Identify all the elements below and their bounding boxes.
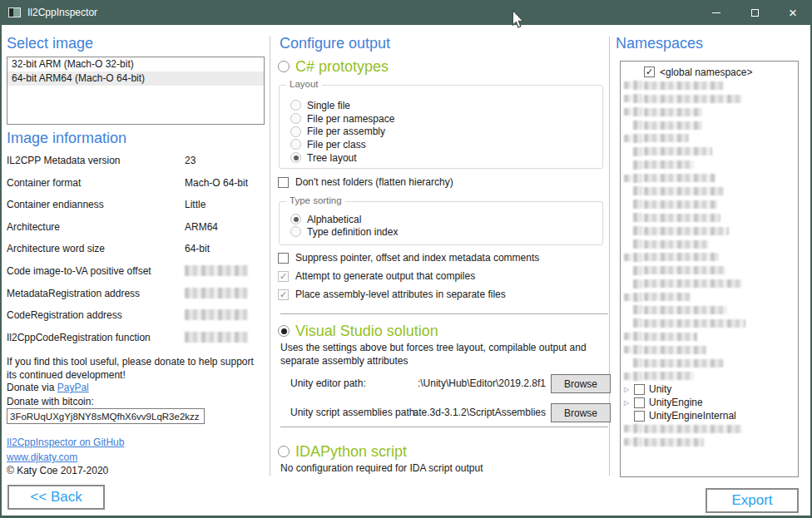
redacted-text — [644, 160, 694, 169]
redacted-checkbox — [633, 239, 642, 249]
radio-icon — [290, 113, 301, 124]
bitcoin-address-input[interactable] — [7, 408, 205, 424]
option-checkbox[interactable]: ✓Attempt to generate output that compile… — [278, 267, 539, 285]
minimize-button[interactable] — [697, 0, 735, 25]
info-label: Container endianness — [7, 199, 185, 210]
redacted-namespace-row — [621, 357, 798, 370]
redacted-value — [185, 309, 248, 320]
redacted-namespace-row — [621, 119, 798, 132]
redacted-expander — [624, 135, 631, 142]
namespace-item[interactable]: UnityEngineInternal — [621, 409, 798, 422]
redacted-expander — [624, 95, 631, 102]
info-row: CodeRegistration address — [7, 309, 266, 332]
info-label: Architecture word size — [7, 243, 185, 254]
redacted-namespace-row — [621, 317, 798, 330]
redacted-expander — [624, 425, 631, 432]
option-checkbox[interactable]: Suppress pointer, offset and index metad… — [278, 249, 539, 267]
export-button[interactable]: Export — [706, 488, 799, 513]
radio-option[interactable]: File per class — [280, 138, 602, 151]
redacted-value — [185, 265, 248, 276]
redacted-checkbox — [633, 318, 642, 328]
checkbox-icon — [634, 411, 645, 422]
radio-icon — [278, 325, 290, 337]
checkbox-label: Suppress pointer, offset and index metad… — [295, 252, 539, 264]
image-list-item[interactable]: 32-bit ARM (Mach-O 32-bit) — [7, 57, 264, 72]
bitcoin-label: Donate with bitcoin: — [7, 396, 94, 407]
flatten-checkbox[interactable]: Don't nest folders (flatten hierarchy) — [278, 173, 453, 191]
info-label: IL2CPP Metadata version — [7, 155, 185, 166]
website-link[interactable]: www.djkaty.com — [7, 451, 77, 463]
image-information-heading: Image information — [7, 130, 126, 147]
redacted-expander — [624, 81, 631, 89]
visual-studio-solution-option[interactable]: Visual Studio solution — [278, 321, 438, 341]
browse-button[interactable]: Browse — [551, 374, 611, 393]
type-sorting-legend: Type sorting — [286, 195, 345, 205]
redacted-namespace-row — [621, 277, 798, 290]
checkbox-icon: ✓ — [644, 67, 655, 77]
info-value: 23 — [185, 155, 196, 166]
namespace-label: UnityEngine — [649, 397, 703, 408]
namespace-item[interactable]: ▷UnityEngine — [621, 396, 798, 409]
redacted-text — [644, 359, 724, 368]
radio-label: Type definition index — [307, 226, 398, 238]
redacted-expander — [624, 108, 631, 116]
redacted-checkbox — [633, 81, 642, 90]
redacted-checkbox — [633, 345, 642, 354]
radio-option[interactable]: Alphabetical — [280, 213, 602, 225]
namespace-item-global[interactable]: ✓ <global namespace> — [621, 66, 798, 79]
radio-icon — [290, 226, 301, 237]
csharp-prototypes-option[interactable]: C# prototypes — [278, 57, 389, 76]
donate-via-line: Donate via PayPal — [7, 382, 89, 393]
donate-message: If you find this tool useful, please don… — [7, 356, 260, 382]
window-border-left — [0, 25, 2, 518]
radio-label: File per namespace — [307, 113, 394, 125]
close-button[interactable]: × — [774, 0, 812, 25]
redacted-namespace-row — [621, 198, 798, 211]
info-value — [185, 288, 248, 301]
option-checkbox[interactable]: ✓Place assembly-level attributes in sepa… — [278, 285, 539, 303]
unity-path-label: Unity script assemblies path: — [290, 407, 418, 418]
redacted-text — [644, 425, 742, 433]
app-icon — [8, 7, 21, 17]
redacted-text — [644, 306, 727, 314]
redacted-namespace-row — [621, 422, 798, 436]
select-image-heading: Select image — [7, 35, 93, 52]
image-listbox[interactable]: 32-bit ARM (Mach-O 32-bit)64-bit ARM64 (… — [7, 57, 265, 125]
namespace-label: Unity — [649, 383, 671, 395]
redacted-namespace-row — [621, 290, 798, 303]
window-title: Il2CppInspector — [27, 7, 697, 18]
idapython-script-option[interactable]: IDAPython script — [278, 442, 407, 461]
radio-option[interactable]: Single file — [280, 99, 602, 112]
github-link[interactable]: Il2CppInspector on GitHub — [7, 437, 124, 448]
redacted-checkbox — [633, 332, 642, 341]
paypal-link[interactable]: PayPal — [57, 382, 89, 393]
redacted-text — [644, 319, 745, 328]
redacted-checkbox — [633, 213, 642, 222]
redacted-text — [644, 293, 691, 301]
radio-option[interactable]: Type definition index — [280, 225, 602, 238]
redacted-checkbox — [633, 134, 642, 143]
type-sorting-options: AlphabeticalType definition index — [280, 202, 602, 238]
namespaces-list[interactable]: ✓ <global namespace> ▷Unity▷UnityEngineU… — [620, 61, 799, 477]
maximize-button[interactable] — [735, 0, 774, 25]
redacted-text — [644, 108, 702, 116]
redacted-expander — [624, 294, 631, 301]
radio-icon — [278, 61, 290, 72]
expander-icon[interactable]: ▷ — [622, 399, 634, 407]
radio-option[interactable]: Tree layout — [280, 151, 602, 165]
namespace-item[interactable]: ▷Unity — [621, 382, 798, 396]
radio-option[interactable]: File per namespace — [280, 112, 602, 126]
redacted-checkbox — [633, 94, 642, 103]
browse-button[interactable]: Browse — [551, 403, 611, 422]
info-row: IL2CPP Metadata version23 — [7, 155, 266, 177]
back-button[interactable]: << Back — [7, 485, 105, 510]
redacted-checkbox — [633, 305, 642, 314]
info-label: Il2CppCodeRegistration function — [7, 332, 185, 343]
radio-option[interactable]: File per assembly — [280, 125, 602, 138]
radio-label: Alphabetical — [307, 214, 361, 225]
info-row: Container formatMach-O 64-bit — [7, 177, 266, 200]
column-separator — [270, 37, 270, 476]
expander-icon[interactable]: ▷ — [622, 386, 634, 393]
info-value — [185, 309, 248, 323]
image-list-item[interactable]: 64-bit ARM64 (Mach-O 64-bit) — [7, 72, 264, 86]
